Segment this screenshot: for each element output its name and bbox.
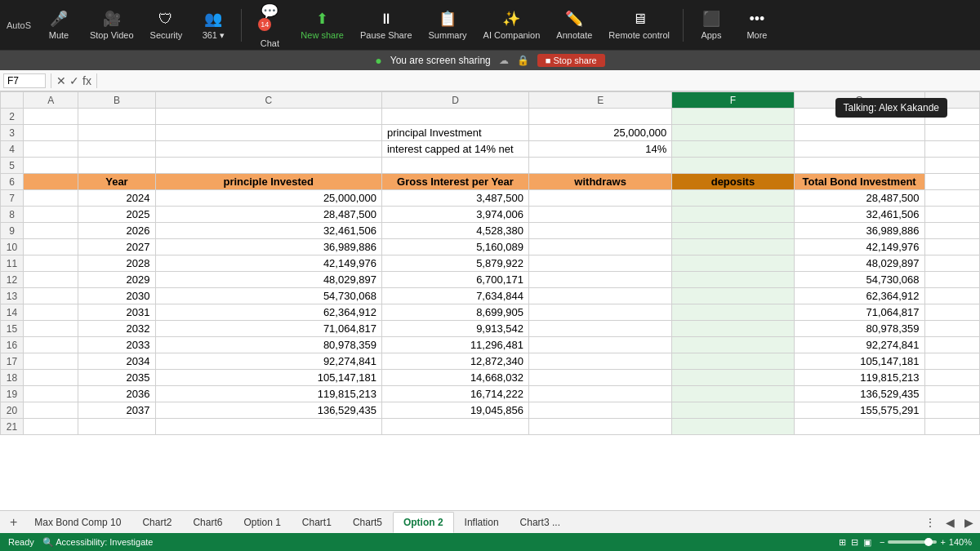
cell-G16[interactable]: 92,274,841: [794, 337, 924, 353]
cell-G15[interactable]: 80,978,359: [794, 321, 924, 337]
col-header-D[interactable]: D: [381, 92, 528, 109]
cell-G6[interactable]: Total Bond Investment: [794, 174, 924, 190]
confirm-formula-icon[interactable]: ✓: [69, 74, 79, 87]
summary-button[interactable]: 📋 Summary: [422, 7, 474, 43]
cell-E7[interactable]: [528, 190, 671, 207]
sheet-tab[interactable]: Chart5: [342, 512, 393, 533]
cell-C15[interactable]: 71,064,817: [155, 321, 381, 337]
row-header[interactable]: 20: [1, 402, 24, 419]
row-header[interactable]: 8: [1, 207, 24, 223]
cell-F18[interactable]: [672, 370, 794, 386]
cell-D8[interactable]: 3,974,006: [381, 207, 528, 223]
cell-C3[interactable]: [155, 125, 381, 141]
cell-E20[interactable]: [528, 402, 671, 419]
cell-C8[interactable]: 28,487,500: [155, 207, 381, 223]
cell-F20[interactable]: [672, 402, 794, 419]
row-header[interactable]: 4: [1, 141, 24, 158]
add-sheet-button[interactable]: +: [3, 512, 24, 533]
cell-E14[interactable]: [528, 304, 671, 321]
cell-B12[interactable]: 2029: [78, 272, 155, 288]
row-header[interactable]: 6: [1, 174, 24, 190]
cell-D14[interactable]: 8,699,905: [381, 304, 528, 321]
cell-H19[interactable]: [924, 386, 979, 402]
cell-D15[interactable]: 9,913,542: [381, 321, 528, 337]
zoom-out-button[interactable]: −: [880, 537, 884, 547]
cell-B4[interactable]: [78, 141, 155, 158]
cell-A12[interactable]: [24, 272, 78, 288]
cell-E11[interactable]: [528, 256, 671, 272]
cell-H9[interactable]: [924, 223, 979, 239]
cell-A21[interactable]: [24, 419, 78, 435]
cell-D17[interactable]: 12,872,340: [381, 353, 528, 370]
cell-H11[interactable]: [924, 256, 979, 272]
cell-G5[interactable]: [794, 158, 924, 174]
zoom-slider[interactable]: [888, 540, 937, 544]
cell-C14[interactable]: 62,364,912: [155, 304, 381, 321]
cell-B11[interactable]: 2028: [78, 256, 155, 272]
cell-B16[interactable]: 2033: [78, 337, 155, 353]
cell-E3[interactable]: 25,000,000: [528, 125, 671, 141]
mute-button[interactable]: 🎤 Mute: [38, 7, 80, 43]
cell-B7[interactable]: 2024: [78, 190, 155, 207]
cell-D6[interactable]: Gross Interest per Year: [381, 174, 528, 190]
sheet-tab[interactable]: Max Bond Comp 10: [24, 512, 131, 533]
cell-C6[interactable]: principle Invested: [155, 174, 381, 190]
cell-D7[interactable]: 3,487,500: [381, 190, 528, 207]
sheet-tab[interactable]: Inflation: [454, 512, 510, 533]
row-header[interactable]: 7: [1, 190, 24, 207]
cell-E21[interactable]: [528, 419, 671, 435]
security-button[interactable]: 🛡 Security: [144, 7, 189, 43]
cell-F21[interactable]: [672, 419, 794, 435]
row-header[interactable]: 13: [1, 288, 24, 304]
cell-G19[interactable]: 136,529,435: [794, 386, 924, 402]
row-header[interactable]: 18: [1, 370, 24, 386]
row-header[interactable]: 11: [1, 256, 24, 272]
cell-E18[interactable]: [528, 370, 671, 386]
cell-F14[interactable]: [672, 304, 794, 321]
row-header[interactable]: 2: [1, 109, 24, 125]
cell-H5[interactable]: [924, 158, 979, 174]
cell-C10[interactable]: 36,989,886: [155, 239, 381, 256]
cell-G9[interactable]: 36,989,886: [794, 223, 924, 239]
cell-C16[interactable]: 80,978,359: [155, 337, 381, 353]
cell-B14[interactable]: 2031: [78, 304, 155, 321]
row-header[interactable]: 9: [1, 223, 24, 239]
cell-G7[interactable]: 28,487,500: [794, 190, 924, 207]
cell-F13[interactable]: [672, 288, 794, 304]
stop-video-button[interactable]: 🎥 Stop Video: [83, 7, 140, 43]
cell-E8[interactable]: [528, 207, 671, 223]
cell-A3[interactable]: [24, 125, 78, 141]
cell-E6[interactable]: withdraws: [528, 174, 671, 190]
cell-G12[interactable]: 54,730,068: [794, 272, 924, 288]
cell-F16[interactable]: [672, 337, 794, 353]
cell-E4[interactable]: 14%: [528, 141, 671, 158]
cell-G4[interactable]: [794, 141, 924, 158]
cell-C11[interactable]: 42,149,976: [155, 256, 381, 272]
cell-G14[interactable]: 71,064,817: [794, 304, 924, 321]
cell-D2[interactable]: [381, 109, 528, 125]
cell-H7[interactable]: [924, 190, 979, 207]
tabs-scroll-left-button[interactable]: ◀: [942, 514, 958, 531]
cell-C13[interactable]: 54,730,068: [155, 288, 381, 304]
cell-C9[interactable]: 32,461,506: [155, 223, 381, 239]
cell-A9[interactable]: [24, 223, 78, 239]
row-header[interactable]: 19: [1, 386, 24, 402]
cell-F10[interactable]: [672, 239, 794, 256]
cell-G21[interactable]: [794, 419, 924, 435]
tabs-more-button[interactable]: ⋮: [921, 514, 939, 531]
col-header-C[interactable]: C: [155, 92, 381, 109]
cell-reference-input[interactable]: [3, 73, 46, 88]
cell-G3[interactable]: [794, 125, 924, 141]
cell-E2[interactable]: [528, 109, 671, 125]
cell-E17[interactable]: [528, 353, 671, 370]
cell-G10[interactable]: 42,149,976: [794, 239, 924, 256]
sheet-tab[interactable]: Chart1: [292, 512, 342, 533]
cell-F4[interactable]: [672, 141, 794, 158]
cell-F12[interactable]: [672, 272, 794, 288]
row-header[interactable]: 10: [1, 239, 24, 256]
cell-H14[interactable]: [924, 304, 979, 321]
cell-H8[interactable]: [924, 207, 979, 223]
col-header-E[interactable]: E: [528, 92, 671, 109]
cell-D20[interactable]: 19,045,856: [381, 402, 528, 419]
cell-F2[interactable]: [672, 109, 794, 125]
